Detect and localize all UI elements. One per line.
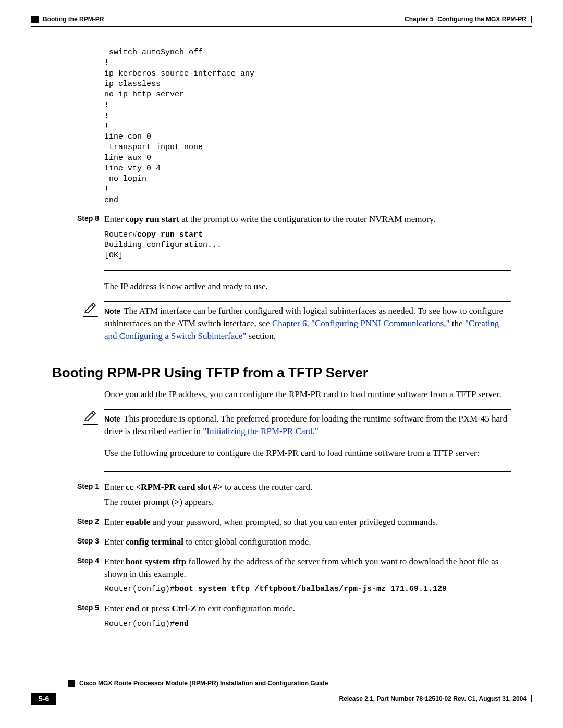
intro-para: Once you add the IP address, you can con… [104,388,511,401]
step8-output: Router#copy run start Building configura… [104,230,511,262]
header-left: Booting the RPM-PR [31,16,104,23]
section-divider-1 [104,270,511,271]
step8-out-prefix: Router# [104,230,137,239]
step-2-body: Enter enable and your password, when pro… [104,516,511,528]
footer-rule [31,689,532,689]
note1-t3: section. [246,331,276,341]
step-1-body: Enter cc <RPM-PR card slot #> to access … [104,481,511,509]
step8-t2: at the prompt to write the configuration… [179,214,435,224]
step1-t1: Enter [104,482,126,492]
step-5-label: Step 5 [77,602,104,612]
header-left-text: Booting the RPM-PR [43,16,104,23]
step-4-body: Enter boot system tftp followed by the a… [104,556,511,595]
step4-output: Router(config)#boot system tftp /tftpboo… [104,584,511,595]
step8-cmd: copy run start [126,214,179,224]
header-chapter-label: Chapter 5 [405,16,433,23]
step8-t1: Enter [104,214,126,224]
note-1-body: NoteThe ATM interface can be further con… [104,301,511,342]
header-right: Chapter 5 Configuring the MGX RPM-PR [405,16,532,23]
ip-active-para: The IP address is now active and ready t… [104,280,511,293]
step1-p2: The router prompt (>) appears. [104,496,511,509]
step5-cmd2: Ctrl-Z [172,603,196,613]
step4-out-prefix: Router(config)# [104,585,175,594]
step8-out-cmd: copy run start [137,230,203,239]
step5-cmd1: end [126,603,139,613]
config-output-block: switch autoSynch off ! ip kerberos sourc… [104,47,511,206]
footer-square-icon [68,680,75,687]
note-2-text: NoteThis procedure is optional. The pref… [104,413,511,438]
step-8: Step 8 Enter copy run start at the promp… [77,213,511,262]
footer-release-text: Release 2.1, Part Number 78-12510-02 Rev… [339,695,527,702]
footer-title-row: Cisco MGX Route Processor Module (RPM-PR… [68,680,532,687]
note-2-body: NoteThis procedure is optional. The pref… [104,409,511,438]
step1-p2a: The router prompt ( [104,497,175,507]
step-8-label: Step 8 [77,213,104,223]
note-2-top-rule [104,409,511,410]
note-1-label: Note [104,307,120,315]
note-1-icon-col [77,301,104,317]
step4-cmd: boot system tftp [126,557,186,566]
note-1-underline [83,316,98,317]
step3-t2: to enter global configuration mode. [183,537,311,547]
note-2-underline [83,424,98,425]
step2-cmd: enable [126,517,150,527]
header-rule [31,26,532,27]
note-2-label: Note [104,415,120,423]
footer-release: Release 2.1, Part Number 78-12510-02 Rev… [339,695,532,702]
step-1: Step 1 Enter cc <RPM-PR card slot #> to … [77,481,511,509]
step-8-body: Enter copy run start at the prompt to wr… [104,213,511,262]
note-2-icon-col [77,409,104,425]
footer-doc-title: Cisco MGX Route Processor Module (RPM-PR… [79,680,328,687]
step-5: Step 5 Enter end or press Ctrl-Z to exit… [77,602,511,630]
config-output-text: switch autoSynch off ! ip kerberos sourc… [104,47,511,206]
note-1: NoteThe ATM interface can be further con… [77,301,511,342]
pencil-icon [84,409,97,421]
step1-t2: to access the router card. [223,482,313,492]
header-bar-icon [531,16,532,23]
note1-link1[interactable]: Chapter 6, "Configuring PNNI Communicati… [272,318,450,328]
step-2-label: Step 2 [77,516,104,525]
step5-t2: to exit configuration mode. [197,603,295,613]
step5-t1: Enter [104,603,126,613]
header-square-icon [31,16,39,23]
step-3: Step 3 Enter config terminal to enter gl… [77,536,511,548]
step2-t1: Enter [104,517,126,527]
note2-link1[interactable]: "Initializing the RPM-PR Card." [203,426,319,436]
note-1-top-rule [104,301,511,302]
step1-cmd: cc <RPM-PR card slot #> [126,482,223,492]
footer-bottom: 5-6 Release 2.1, Part Number 78-12510-02… [31,693,532,705]
page-number-badge: 5-6 [31,693,56,705]
step5-output: Router(config)#end [104,619,511,630]
page-header: Booting the RPM-PR Chapter 5 Configuring… [31,16,532,23]
page-footer: Cisco MGX Route Processor Module (RPM-PR… [31,680,532,705]
section-divider-2 [104,471,511,472]
step5-out-cmd: end [175,620,189,628]
header-chapter-title: Configuring the MGX RPM-PR [437,16,527,23]
note-1-text: NoteThe ATM interface can be further con… [104,305,511,342]
step5-mid: or press [140,603,172,613]
step-5-body: Enter end or press Ctrl-Z to exit config… [104,602,511,630]
pencil-icon [84,301,97,313]
step4-t1: Enter [104,557,126,566]
step-4: Step 4 Enter boot system tftp followed b… [77,556,511,595]
note-2: NoteThis procedure is optional. The pref… [77,409,511,438]
step1-p2c: ) appears. [179,497,214,507]
footer-bar-icon [531,695,532,702]
step2-t2: and your password, when prompted, so tha… [150,517,438,527]
step-1-label: Step 1 [77,481,104,490]
step3-t1: Enter [104,537,126,547]
section-heading: Booting RPM-PR Using TFTP from a TFTP Se… [52,365,532,381]
step3-cmd: config terminal [126,537,183,547]
step1-p2b: > [175,497,180,507]
step8-out-rest: Building configuration... [OK] [104,241,222,260]
step-3-body: Enter config terminal to enter global co… [104,536,511,548]
step4-out-cmd: boot system tftp /tftpboot/balbalas/rpm-… [175,585,447,594]
step-3-label: Step 3 [77,536,104,545]
step-4-label: Step 4 [77,556,104,565]
followup-para: Use the following procedure to configure… [104,447,511,460]
step-2: Step 2 Enter enable and your password, w… [77,516,511,528]
step5-out-prefix: Router(config)# [104,620,175,628]
note1-t2: the [450,318,465,328]
